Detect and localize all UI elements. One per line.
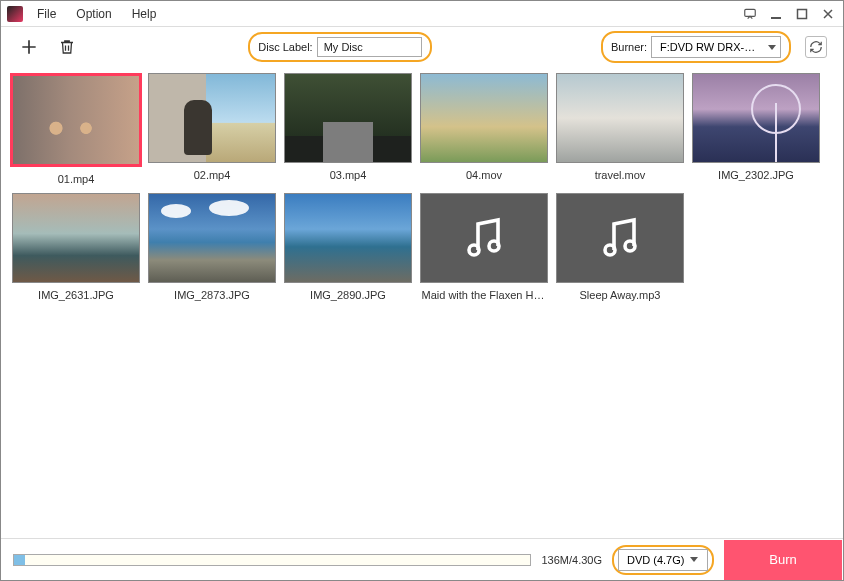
media-item[interactable]: Sleep Away.mp3 bbox=[555, 193, 685, 301]
media-caption: IMG_2873.JPG bbox=[150, 289, 275, 301]
media-caption: Maid with the Flaxen Hair.mp3 bbox=[422, 289, 547, 301]
media-caption: travel.mov bbox=[558, 169, 683, 181]
disc-label-input[interactable] bbox=[317, 37, 422, 57]
media-caption: 02.mp4 bbox=[150, 169, 275, 181]
svg-point-6 bbox=[625, 241, 635, 251]
svg-rect-2 bbox=[798, 9, 807, 18]
media-caption: Sleep Away.mp3 bbox=[558, 289, 683, 301]
burner-label: Burner: bbox=[611, 41, 647, 53]
media-item[interactable]: Maid with the Flaxen Hair.mp3 bbox=[419, 193, 549, 301]
burn-button[interactable]: Burn bbox=[724, 540, 842, 580]
minimize-button[interactable] bbox=[767, 5, 785, 23]
capacity-fill bbox=[14, 555, 25, 565]
close-button[interactable] bbox=[819, 5, 837, 23]
media-thumbnail[interactable] bbox=[284, 193, 412, 283]
svg-point-4 bbox=[489, 241, 499, 251]
media-thumbnail[interactable] bbox=[10, 73, 142, 167]
toolbar: Disc Label: Burner: F:DVD RW DRX-S70U bbox=[1, 27, 843, 67]
app-window: File Option Help Disc Label: bbox=[0, 0, 844, 581]
media-item[interactable]: IMG_2890.JPG bbox=[283, 193, 413, 301]
media-item[interactable]: travel.mov bbox=[555, 73, 685, 185]
disc-label-text: Disc Label: bbox=[258, 41, 312, 53]
media-thumbnail[interactable] bbox=[148, 193, 276, 283]
media-caption: 04.mov bbox=[422, 169, 547, 181]
chevron-down-icon bbox=[690, 557, 698, 562]
media-item[interactable]: IMG_2873.JPG bbox=[147, 193, 277, 301]
bottom-bar: 136M/4.30G DVD (4.7G) Burn bbox=[1, 538, 843, 580]
media-thumbnail[interactable] bbox=[420, 73, 548, 163]
media-caption: IMG_2890.JPG bbox=[286, 289, 411, 301]
media-thumbnail[interactable] bbox=[556, 73, 684, 163]
media-grid-area: 01.mp402.mp403.mp404.movtravel.movIMG_23… bbox=[1, 67, 843, 538]
media-item[interactable]: 02.mp4 bbox=[147, 73, 277, 185]
feedback-icon[interactable] bbox=[741, 5, 759, 23]
media-caption: IMG_2631.JPG bbox=[14, 289, 139, 301]
svg-point-5 bbox=[605, 245, 615, 255]
disc-type-value: DVD (4.7G) bbox=[627, 554, 684, 566]
media-caption: IMG_2302.JPG bbox=[694, 169, 819, 181]
maximize-button[interactable] bbox=[793, 5, 811, 23]
media-caption: 01.mp4 bbox=[14, 173, 139, 185]
media-caption: 03.mp4 bbox=[286, 169, 411, 181]
add-button[interactable] bbox=[17, 35, 41, 59]
disc-type-select[interactable]: DVD (4.7G) bbox=[618, 549, 708, 571]
media-thumbnail[interactable] bbox=[148, 73, 276, 163]
burner-select[interactable]: F:DVD RW DRX-S70U bbox=[651, 36, 781, 58]
disc-type-ring: DVD (4.7G) bbox=[612, 545, 714, 575]
menu-file[interactable]: File bbox=[31, 5, 62, 23]
media-thumbnail[interactable] bbox=[556, 193, 684, 283]
media-thumbnail[interactable] bbox=[284, 73, 412, 163]
media-item[interactable]: IMG_2631.JPG bbox=[11, 193, 141, 301]
svg-rect-0 bbox=[745, 9, 756, 16]
svg-point-3 bbox=[469, 245, 479, 255]
burner-selected-value: F:DVD RW DRX-S70U bbox=[660, 41, 762, 53]
media-item[interactable]: 01.mp4 bbox=[11, 73, 141, 185]
delete-button[interactable] bbox=[55, 35, 79, 59]
media-thumbnail[interactable] bbox=[12, 193, 140, 283]
burner-group: Burner: F:DVD RW DRX-S70U bbox=[601, 31, 791, 63]
menu-option[interactable]: Option bbox=[70, 5, 117, 23]
disc-label-group: Disc Label: bbox=[248, 32, 431, 62]
media-item[interactable]: IMG_2302.JPG bbox=[691, 73, 821, 185]
media-grid: 01.mp402.mp403.mp404.movtravel.movIMG_23… bbox=[11, 73, 833, 301]
capacity-text: 136M/4.30G bbox=[541, 554, 602, 566]
menu-help[interactable]: Help bbox=[126, 5, 163, 23]
media-item[interactable]: 03.mp4 bbox=[283, 73, 413, 185]
media-item[interactable]: 04.mov bbox=[419, 73, 549, 185]
app-icon bbox=[7, 6, 23, 22]
media-thumbnail[interactable] bbox=[692, 73, 820, 163]
chevron-down-icon bbox=[768, 45, 776, 50]
refresh-button[interactable] bbox=[805, 36, 827, 58]
titlebar: File Option Help bbox=[1, 1, 843, 27]
media-thumbnail[interactable] bbox=[420, 193, 548, 283]
svg-rect-1 bbox=[771, 17, 781, 19]
capacity-bar bbox=[13, 554, 531, 566]
